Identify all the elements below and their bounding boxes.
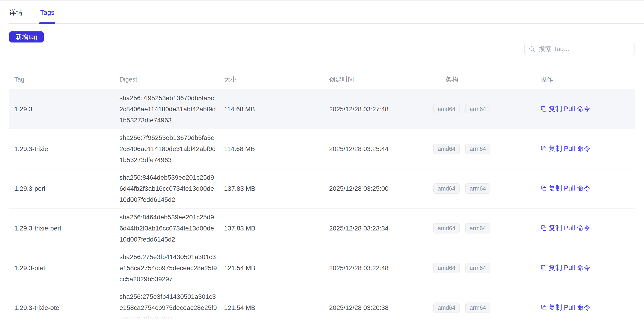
created-time-value: 2025/12/28 03:20:38 — [324, 304, 428, 312]
column-header-size: 大小 — [218, 75, 324, 84]
arch-badge-arm64: arm64 — [465, 263, 490, 273]
size-value: 137.83 MB — [218, 225, 324, 232]
arch-badge-arm64: arm64 — [465, 104, 490, 114]
digest-value: sha256:275e3fb41430501a301c3e158ca2754cb… — [114, 252, 218, 285]
digest-value: sha256:275e3fb41430501a301c3e158ca2754cb… — [114, 291, 218, 321]
column-header-created: 创建时间 — [324, 75, 428, 84]
row-actions: 复制 Pull 命令 — [535, 263, 635, 273]
arch-badges: amd64 arm64 — [428, 302, 535, 313]
search-icon — [528, 46, 536, 52]
row-actions: 复制 Pull 命令 — [535, 303, 635, 312]
created-time-value: 2025/12/28 03:27:48 — [324, 106, 428, 113]
arch-badge-amd64: amd64 — [433, 302, 460, 313]
column-header-tag: Tag — [9, 76, 114, 83]
arch-badge-arm64: arm64 — [465, 144, 490, 154]
arch-badges: amd64 arm64 — [428, 104, 535, 114]
column-header-actions: 操作 — [535, 75, 635, 84]
tag-name: 1.29.3-trixie — [9, 145, 114, 153]
arch-badge-amd64: amd64 — [433, 144, 460, 154]
copy-icon — [540, 106, 547, 112]
arch-badges: amd64 arm64 — [428, 144, 535, 154]
tag-name: 1.29.3-trixie-perl — [9, 225, 114, 232]
tab-tags[interactable]: Tags — [40, 9, 54, 23]
row-actions: 复制 Pull 命令 — [535, 104, 635, 114]
copy-pull-command-button[interactable]: 复制 Pull 命令 — [540, 144, 590, 153]
top-edge-divider — [0, 0, 644, 1]
digest-value: sha256:8464deb539ee201c25d96d44fb2f3ab16… — [114, 172, 218, 205]
search-input[interactable] — [538, 45, 630, 53]
copy-pull-command-label: 复制 Pull 命令 — [548, 303, 590, 312]
copy-icon — [540, 265, 547, 271]
tab-details[interactable]: 详情 — [9, 9, 23, 23]
column-header-digest: Digest — [114, 76, 218, 83]
digest-value: sha256:8464deb539ee201c25d96d44fb2f3ab16… — [114, 212, 218, 245]
copy-pull-command-label: 复制 Pull 命令 — [548, 184, 590, 193]
copy-icon — [540, 146, 547, 152]
table-row: 1.29.3-perl sha256:8464deb539ee201c25d96… — [9, 169, 635, 208]
created-time-value: 2025/12/28 03:22:48 — [324, 264, 428, 272]
column-header-arch: 架构 — [428, 75, 535, 84]
copy-pull-command-button[interactable]: 复制 Pull 命令 — [540, 263, 590, 272]
created-time-value: 2025/12/28 03:25:00 — [324, 185, 428, 192]
copy-pull-command-button[interactable]: 复制 Pull 命令 — [540, 303, 590, 312]
arch-badge-amd64: amd64 — [433, 223, 460, 234]
arch-badge-arm64: arm64 — [465, 183, 490, 194]
table-row: 1.29.3-trixie sha256:7f95253eb13670db5fa… — [9, 129, 635, 169]
created-time-value: 2025/12/28 03:23:34 — [324, 225, 428, 232]
arch-badge-amd64: amd64 — [433, 263, 460, 273]
tab-bar: 详情 Tags — [9, 0, 644, 24]
table-row: 1.29.3-trixie-perl sha256:8464deb539ee20… — [9, 208, 635, 248]
copy-pull-command-button[interactable]: 复制 Pull 命令 — [540, 184, 590, 193]
arch-badges: amd64 arm64 — [428, 223, 535, 234]
tags-table: Tag Digest 大小 创建时间 架构 操作 1.29.3 sha256:7… — [9, 72, 635, 321]
digest-value: sha256:7f95253eb13670db5fa5c2c8406ae1141… — [114, 132, 218, 166]
arch-badge-arm64: arm64 — [465, 302, 490, 313]
tag-name: 1.29.3-otel — [9, 264, 114, 272]
arch-badge-amd64: amd64 — [433, 104, 460, 114]
copy-pull-command-label: 复制 Pull 命令 — [548, 263, 590, 272]
tag-name: 1.29.3 — [9, 106, 114, 113]
arch-badges: amd64 arm64 — [428, 183, 535, 194]
arch-badges: amd64 arm64 — [428, 263, 535, 273]
copy-pull-command-label: 复制 Pull 命令 — [548, 104, 590, 114]
add-tag-button[interactable]: 新增tag — [9, 32, 44, 42]
table-body: 1.29.3 sha256:7f95253eb13670db5fa5c2c840… — [9, 89, 635, 321]
tag-name: 1.29.3-perl — [9, 185, 114, 192]
size-value: 114.68 MB — [218, 145, 324, 153]
size-value: 121.54 MB — [218, 264, 324, 272]
tag-name: 1.29.3-trixie-otel — [9, 304, 114, 312]
row-actions: 复制 Pull 命令 — [535, 184, 635, 193]
size-value: 121.54 MB — [218, 304, 324, 312]
copy-pull-command-button[interactable]: 复制 Pull 命令 — [540, 224, 590, 233]
size-value: 114.68 MB — [218, 106, 324, 113]
copy-pull-command-label: 复制 Pull 命令 — [548, 144, 590, 153]
copy-icon — [540, 225, 547, 232]
arch-badge-amd64: amd64 — [433, 183, 460, 194]
copy-pull-command-label: 复制 Pull 命令 — [548, 224, 590, 233]
tag-search-box[interactable] — [524, 43, 634, 55]
row-actions: 复制 Pull 命令 — [535, 144, 635, 154]
copy-icon — [540, 185, 547, 192]
row-actions: 复制 Pull 命令 — [535, 224, 635, 233]
copy-pull-command-button[interactable]: 复制 Pull 命令 — [540, 104, 590, 114]
tags-page: 详情 Tags 新增tag Tag Digest 大小 创建时间 架构 操作 1… — [0, 0, 644, 321]
arch-badge-arm64: arm64 — [465, 223, 490, 234]
copy-icon — [540, 304, 547, 311]
created-time-value: 2025/12/28 03:25:44 — [324, 145, 428, 153]
size-value: 137.83 MB — [218, 185, 324, 192]
table-row: 1.29.3-otel sha256:275e3fb41430501a301c3… — [9, 248, 635, 288]
table-header-row: Tag Digest 大小 创建时间 架构 操作 — [9, 72, 635, 89]
table-row: 1.29.3 sha256:7f95253eb13670db5fa5c2c840… — [9, 89, 635, 129]
digest-value: sha256:7f95253eb13670db5fa5c2c8406ae1141… — [114, 92, 218, 126]
table-row: 1.29.3-trixie-otel sha256:275e3fb4143050… — [9, 288, 635, 321]
